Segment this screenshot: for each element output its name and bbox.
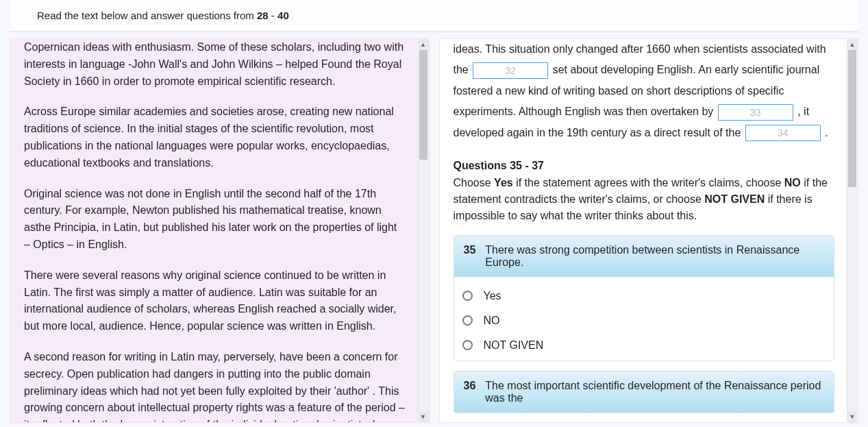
questions-scroll-area[interactable]: ideas. This situation only changed after… [440,39,847,422]
instr-not-given: NOT GIVEN [704,193,765,205]
instr-no: NO [784,177,801,188]
option-yes[interactable]: Yes [461,284,830,308]
question-text: The most important scientific developmen… [485,380,824,404]
questions-35-37-heading: Questions 35 - 37 [454,160,835,172]
blank-32-input[interactable]: 32 [473,62,548,79]
question-number: 35 [464,244,476,269]
passage-scroll-area[interactable]: Copernican ideas with enthusiasm. Some o… [10,39,418,422]
scroll-thumb[interactable] [419,50,427,160]
blank-34-input[interactable]: 34 [745,125,821,141]
gap-text-segment: . [825,127,828,138]
question-number: 36 [464,380,476,404]
question-from: 28 [257,10,269,21]
instr-yes: Yes [494,177,513,188]
instr-segment: if the statement agrees with the writer'… [513,177,784,188]
passage-paragraph: Original science was not done in English… [24,186,406,254]
questions-35-37-instruction: Choose Yes if the statement agrees with … [454,175,835,224]
scroll-down-icon[interactable]: ▼ [418,411,429,422]
question-35-options: Yes NO NOT GIVEN [454,277,834,361]
option-label: NO [484,315,500,327]
instr-segment: Choose [454,177,495,188]
option-label: NOT GIVEN [484,339,544,352]
question-36-block: 36 The most important scientific develop… [454,371,835,413]
passage-paragraph: Copernican ideas with enthusiasm. Some o… [24,39,406,90]
header-instruction: Read the text below and answer questions… [37,10,289,21]
question-text: There was strong competition between sci… [485,244,824,269]
question-to: 40 [277,10,289,21]
questions-pane: ideas. This situation only changed after… [439,38,859,423]
passage-pane: Copernican ideas with enthusiasm. Some o… [10,38,430,423]
blank-33-input[interactable]: 33 [718,104,793,121]
radio-icon [462,340,473,350]
scroll-thumb[interactable] [848,50,856,187]
header-bar: Read the text below and answer questions… [10,0,858,32]
option-not-given[interactable]: NOT GIVEN [461,333,830,358]
scroll-up-icon[interactable]: ▲ [847,39,858,50]
header-dash: - [269,10,277,21]
question-35-header: 35 There was strong competition between … [454,236,834,277]
radio-icon [462,291,473,301]
passage-paragraph: Across Europe similar academies and soci… [24,103,406,171]
radio-icon [462,315,473,326]
option-no[interactable]: NO [461,308,830,333]
option-label: Yes [484,290,501,302]
question-35-block: 35 There was strong competition between … [454,235,835,361]
passage-paragraph: A second reason for writing in Latin may… [24,349,406,422]
passage-text: Copernican ideas with enthusiasm. Some o… [24,39,406,422]
scroll-up-icon[interactable]: ▲ [418,39,429,50]
passage-paragraph: There were several reasons why original … [24,267,406,335]
gap-fill-paragraph: ideas. This situation only changed after… [454,39,835,143]
header-prefix: Read the text below and answer questions… [37,10,257,21]
scroll-down-icon[interactable]: ▼ [847,411,858,422]
right-scrollbar[interactable]: ▲ ▼ [847,39,858,422]
question-36-header: 36 The most important scientific develop… [454,371,834,413]
left-scrollbar[interactable]: ▲ ▼ [418,39,429,422]
main-container: Copernican ideas with enthusiasm. Some o… [0,32,868,423]
